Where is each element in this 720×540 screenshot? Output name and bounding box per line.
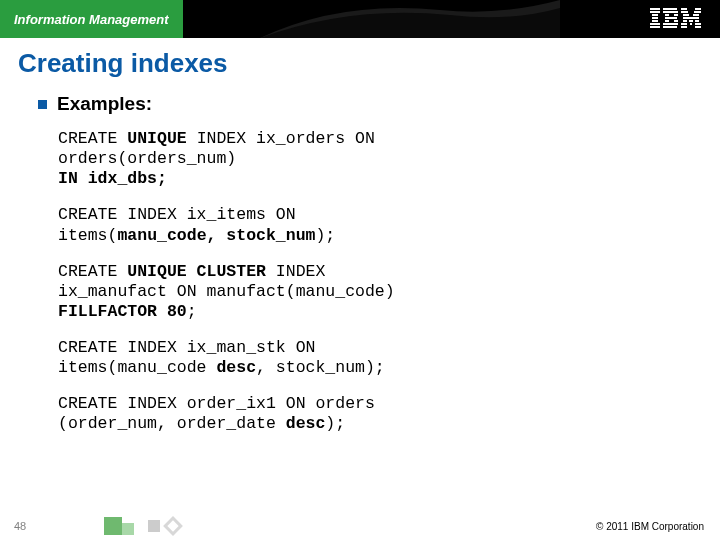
svg-rect-24: [689, 20, 693, 22]
slide-content: Examples: CREATE UNIQUE INDEX ix_orders …: [38, 93, 700, 435]
deco-square-icon: [122, 523, 134, 535]
slide-title: Creating indexes: [18, 48, 720, 79]
svg-rect-12: [665, 20, 669, 22]
svg-rect-2: [652, 14, 658, 16]
code-example-2: CREATE INDEX ix_items ON items(manu_code…: [58, 205, 700, 245]
svg-rect-17: [695, 8, 701, 10]
svg-rect-5: [650, 23, 660, 25]
svg-rect-29: [681, 26, 687, 28]
svg-rect-4: [652, 20, 658, 22]
code-example-5: CREATE INDEX order_ix1 ON orders (order_…: [58, 394, 700, 434]
svg-rect-9: [665, 14, 669, 16]
svg-rect-21: [693, 14, 699, 16]
copyright-text: © 2011 IBM Corporation: [596, 521, 704, 532]
bullet-text: Examples:: [57, 93, 152, 115]
svg-rect-7: [663, 8, 677, 10]
code-example-1: CREATE UNIQUE INDEX ix_orders ON orders(…: [58, 129, 700, 189]
svg-rect-3: [652, 17, 658, 19]
svg-rect-19: [694, 11, 701, 13]
svg-rect-16: [681, 8, 687, 10]
svg-rect-26: [681, 23, 687, 25]
deco-square-icon: [104, 517, 122, 535]
footer-decoration: [104, 517, 186, 535]
svg-rect-30: [695, 26, 701, 28]
svg-rect-27: [690, 23, 692, 25]
svg-rect-15: [663, 26, 677, 28]
svg-rect-1: [650, 11, 660, 13]
svg-rect-8: [663, 11, 678, 13]
deco-diamond-icon: [163, 516, 183, 536]
svg-rect-13: [674, 20, 678, 22]
svg-rect-28: [695, 23, 701, 25]
svg-rect-22: [683, 17, 699, 19]
header-bar: Information Management: [0, 0, 720, 38]
svg-rect-10: [674, 14, 678, 16]
ibm-logo: [650, 8, 702, 28]
footer: 48 © 2011 IBM Corporation: [0, 512, 720, 540]
square-bullet-icon: [38, 100, 47, 109]
page-number: 48: [14, 520, 44, 532]
bullet-item: Examples:: [38, 93, 700, 115]
header-swoosh-decoration: [260, 0, 560, 38]
svg-rect-20: [683, 14, 689, 16]
brand-label: Information Management: [0, 0, 183, 38]
code-example-4: CREATE INDEX ix_man_stk ON items(manu_co…: [58, 338, 700, 378]
deco-square-icon: [148, 520, 160, 532]
svg-rect-25: [695, 20, 699, 22]
svg-rect-18: [681, 11, 688, 13]
svg-rect-6: [650, 26, 660, 28]
svg-rect-23: [683, 20, 687, 22]
svg-rect-11: [665, 17, 677, 19]
svg-rect-0: [650, 8, 660, 10]
svg-rect-14: [663, 23, 678, 25]
code-example-3: CREATE UNIQUE CLUSTER INDEX ix_manufact …: [58, 262, 700, 322]
